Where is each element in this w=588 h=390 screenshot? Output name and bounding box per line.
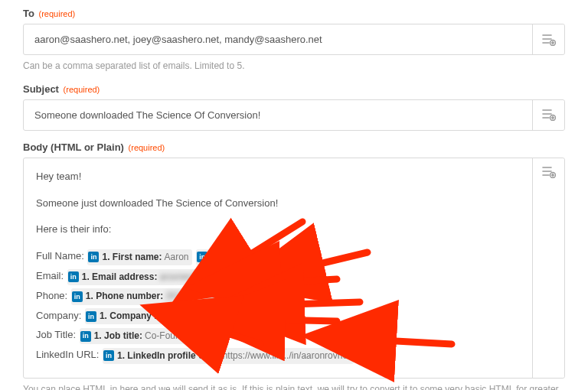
linkedin-icon: in xyxy=(88,252,99,262)
row-jobtitle-label: Job Title: xyxy=(36,329,76,340)
subject-input[interactable] xyxy=(24,100,532,130)
row-company: Company: in 1. Company name: Moor For Le… xyxy=(36,308,520,325)
body-required-badge: (required) xyxy=(129,143,165,152)
to-input-wrap xyxy=(23,24,565,55)
linkedin-icon: in xyxy=(197,252,207,262)
row-phone: Phone: in 1. Phone number: 267-555-0000 xyxy=(36,288,520,305)
body-label-text: Body (HTML or Plain) xyxy=(23,141,124,153)
row-fullname: Full Name: in 1. First name: Aaron in 1.… xyxy=(36,249,520,265)
token-key: 1. Company name: xyxy=(100,309,181,323)
body-textarea[interactable]: Hey team! Someone just downloaded The Sc… xyxy=(24,158,532,378)
linkedin-icon: in xyxy=(86,311,96,322)
token-company[interactable]: in 1. Company name: Moor For Less xyxy=(85,308,246,324)
linkedin-icon: in xyxy=(72,291,83,302)
token-phone[interactable]: in 1. Phone number: 267-555-0000 xyxy=(71,288,226,304)
body-line3: Here is their info: xyxy=(36,222,520,238)
token-key: 1. Phone number: xyxy=(86,289,163,304)
subject-field: Subject (required) xyxy=(23,83,565,131)
token-val: https://www.lin.../in/aaronrovner xyxy=(223,349,351,363)
body-line2: Someone just downloaded The Science of C… xyxy=(36,196,520,212)
token-firstname[interactable]: in 1. First name: Aaron xyxy=(87,249,191,265)
token-email[interactable]: in 1. Email address: arovner@gmail.com xyxy=(67,269,245,285)
row-jobtitle: Job Title: in 1. Job title: Co-Founder xyxy=(36,327,520,344)
token-jobtitle[interactable]: in 1. Job title: Co-Founder xyxy=(80,328,197,344)
to-label-text: To xyxy=(23,8,34,19)
token-val: Co-Founder xyxy=(145,329,194,343)
body-field: Body (HTML or Plain) (required) Hey team… xyxy=(23,141,565,390)
token-val: arovner@gmail.com xyxy=(159,270,242,284)
token-key: 1. LinkedIn profile URL: xyxy=(117,349,220,363)
to-field: To (required) Can be a comma separated l… xyxy=(23,8,565,73)
insert-variable-icon xyxy=(542,34,556,46)
subject-input-wrap xyxy=(23,99,565,131)
to-label: To (required) xyxy=(23,8,565,19)
to-help-text: Can be a comma separated list of emails.… xyxy=(23,60,565,73)
insert-variable-icon xyxy=(542,166,556,178)
token-val: 267-555-0000 xyxy=(165,289,223,304)
row-email-label: Email: xyxy=(36,270,64,281)
row-phone-label: Phone: xyxy=(36,290,67,301)
body-label: Body (HTML or Plain) (required) xyxy=(23,141,565,153)
row-fullname-label: Full Name: xyxy=(36,250,84,262)
insert-variable-icon xyxy=(542,109,556,121)
body-insert-button[interactable] xyxy=(532,158,564,378)
body-greeting: Hey team! xyxy=(36,169,520,185)
subject-insert-button[interactable] xyxy=(532,100,564,130)
token-key: 1. Last name: xyxy=(211,250,270,265)
subject-required-badge: (required) xyxy=(64,85,100,94)
linkedin-icon: in xyxy=(68,271,79,282)
token-key: 1. Job title: xyxy=(94,329,142,343)
token-val: Rovner xyxy=(272,250,302,265)
linkedin-icon: in xyxy=(103,350,114,361)
linkedin-icon: in xyxy=(80,331,91,342)
token-key: 1. First name: xyxy=(102,250,162,265)
row-linkedin-label: LinkedIn URL: xyxy=(36,349,99,360)
token-val: Aaron xyxy=(165,250,189,265)
token-linkedin[interactable]: in 1. LinkedIn profile URL: https://www.… xyxy=(103,348,354,364)
subject-label-text: Subject xyxy=(23,83,59,95)
to-required-badge: (required) xyxy=(39,9,76,18)
row-company-label: Company: xyxy=(36,310,81,321)
row-email: Email: in 1. Email address: arovner@gmai… xyxy=(36,268,520,285)
to-input[interactable] xyxy=(24,24,532,54)
row-linkedin: LinkedIn URL: in 1. LinkedIn profile URL… xyxy=(36,347,520,364)
token-lastname[interactable]: in 1. Last name: Rovner xyxy=(196,249,304,265)
token-key: 1. Email address: xyxy=(82,270,158,284)
token-val: Moor For Less xyxy=(184,309,243,323)
body-input-wrap: Hey team! Someone just downloaded The Sc… xyxy=(23,158,565,379)
to-insert-button[interactable] xyxy=(532,24,564,54)
subject-label: Subject (required) xyxy=(23,83,565,95)
body-help-text: You can place HTML in here and we will s… xyxy=(23,383,565,390)
